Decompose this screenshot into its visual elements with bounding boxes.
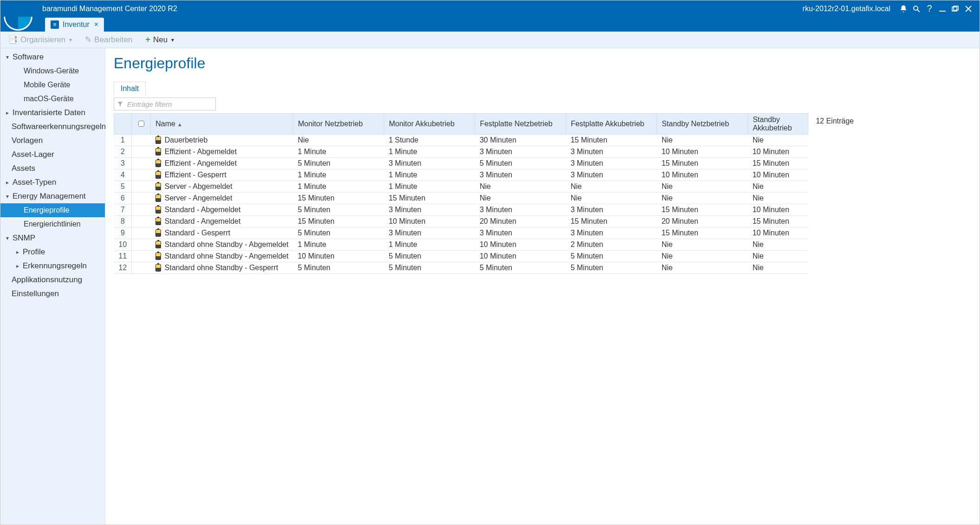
sidebar-item-assets[interactable]: Assets	[0, 162, 105, 175]
edit-button[interactable]: ✎ Bearbeiten	[85, 35, 132, 45]
chevron-icon: ▸	[6, 179, 13, 186]
cell-value: 3 Minuten	[566, 158, 657, 169]
sidebar-item-label: macOS-Geräte	[24, 95, 74, 103]
cell-value: 3 Minuten	[384, 158, 475, 169]
table-row[interactable]: 4Effizient - Gesperrt1 Minute1 Minute3 M…	[114, 169, 808, 181]
col-header[interactable]: Standby Netzbetrieb	[657, 114, 748, 135]
col-header[interactable]: Standby Akkubetrieb	[748, 114, 808, 135]
sidebar-item-label: Energieprofile	[24, 206, 70, 214]
table-row[interactable]: 3Effizient - Angemeldet5 Minuten3 Minute…	[114, 158, 808, 169]
table-row[interactable]: 8Standard - Angemeldet15 Minuten10 Minut…	[114, 216, 808, 227]
filter-input-wrap[interactable]	[114, 97, 216, 110]
cell-value: 3 Minuten	[475, 227, 566, 239]
row-checkbox-cell[interactable]	[132, 193, 151, 204]
cell-name: Standard - Angemeldet	[151, 216, 293, 227]
minimize-icon[interactable]	[936, 6, 949, 12]
sidebar-item-asset-lager[interactable]: Asset-Lager	[0, 148, 105, 162]
cell-name: Effizient - Angemeldet	[151, 158, 293, 169]
sidebar-item-applikationsnutzung[interactable]: Applikationsnutzung	[0, 273, 105, 287]
col-header[interactable]: Monitor Akkubetrieb	[384, 114, 475, 135]
table-row[interactable]: 7Standard - Abgemeldet5 Minuten3 Minuten…	[114, 204, 808, 216]
col-rownum	[114, 114, 132, 135]
row-number: 3	[114, 158, 132, 169]
organize-button[interactable]: 📑 Organisieren ▾	[8, 35, 72, 45]
row-checkbox-cell[interactable]	[132, 227, 151, 239]
subtab-inhalt[interactable]: Inhalt	[114, 82, 146, 95]
organize-label: Organisieren	[20, 35, 65, 45]
cell-value: 3 Minuten	[384, 204, 475, 216]
sidebar-item-einstellungen[interactable]: Einstellungen	[0, 287, 105, 301]
cell-value: 30 Minuten	[475, 135, 566, 146]
col-header[interactable]: Name▲	[151, 114, 293, 135]
cell-value: 3 Minuten	[566, 227, 657, 239]
cell-value: Nie	[475, 193, 566, 204]
select-all-checkbox[interactable]	[138, 121, 144, 127]
sidebar-item-energieprofile[interactable]: Energieprofile	[0, 203, 105, 217]
search-icon[interactable]	[910, 5, 923, 13]
sidebar-item-windows-ger-te[interactable]: Windows-Geräte	[0, 64, 105, 78]
filter-input[interactable]	[126, 100, 217, 109]
table-row[interactable]: 5Server - Abgemeldet1 Minute1 MinuteNieN…	[114, 181, 808, 193]
row-checkbox-cell[interactable]	[132, 239, 151, 251]
notifications-icon[interactable]	[897, 5, 910, 13]
col-header[interactable]: Monitor Netzbetrieb	[293, 114, 384, 135]
table-row[interactable]: 9Standard - Gesperrt5 Minuten3 Minuten3 …	[114, 227, 808, 239]
inventory-icon: ≡	[51, 20, 59, 29]
sidebar-item-snmp[interactable]: ▾SNMP	[0, 231, 105, 245]
tab-inventur[interactable]: ≡ Inventur ×	[45, 18, 104, 32]
chevron-down-icon: ▾	[171, 37, 174, 43]
cell-value: Nie	[657, 239, 748, 251]
row-checkbox-cell[interactable]	[132, 135, 151, 146]
table-row[interactable]: 2Effizient - Abgemeldet1 Minute1 Minute3…	[114, 146, 808, 158]
sidebar-item-vorlagen[interactable]: Vorlagen	[0, 134, 105, 148]
sidebar-item-inventarisierte-daten[interactable]: ▸Inventarisierte Daten	[0, 106, 105, 120]
sidebar-item-energy-management[interactable]: ▾Energy Management	[0, 189, 105, 203]
sidebar-item-energierichtlinien[interactable]: Energierichtlinien	[0, 217, 105, 231]
sidebar-item-label: Asset-Typen	[13, 178, 57, 187]
energy-profile-icon	[155, 206, 161, 214]
tab-close-icon[interactable]: ×	[94, 20, 98, 29]
sidebar-item-asset-typen[interactable]: ▸Asset-Typen	[0, 175, 105, 189]
table-row[interactable]: 11Standard ohne Standby - Angemeldet10 M…	[114, 251, 808, 262]
sidebar-item-macos-ger-te[interactable]: macOS-Geräte	[0, 92, 105, 106]
table-row[interactable]: 12Standard ohne Standby - Gesperrt5 Minu…	[114, 262, 808, 274]
cell-name: Standard - Gesperrt	[151, 227, 293, 239]
cell-value: 15 Minuten	[657, 227, 748, 239]
row-number: 6	[114, 193, 132, 204]
sidebar-item-software[interactable]: ▾Software	[0, 50, 105, 64]
row-checkbox-cell[interactable]	[132, 251, 151, 262]
energy-profile-icon	[155, 194, 161, 202]
sidebar-item-erkennungsregeln[interactable]: ▸Erkennungsregeln	[0, 259, 105, 273]
cell-name: Server - Angemeldet	[151, 193, 293, 204]
row-checkbox-cell[interactable]	[132, 204, 151, 216]
cell-value: 5 Minuten	[566, 262, 657, 274]
row-checkbox-cell[interactable]	[132, 181, 151, 193]
cell-value: 5 Minuten	[384, 251, 475, 262]
table-row[interactable]: 10Standard ohne Standby - Abgemeldet1 Mi…	[114, 239, 808, 251]
row-checkbox-cell[interactable]	[132, 146, 151, 158]
energy-profile-icon	[155, 218, 161, 225]
row-checkbox-cell[interactable]	[132, 158, 151, 169]
maximize-icon[interactable]	[949, 6, 962, 12]
cell-value: 15 Minuten	[566, 135, 657, 146]
row-checkbox-cell[interactable]	[132, 216, 151, 227]
sidebar-item-label: Softwareerkennungsregeln	[12, 122, 106, 131]
row-checkbox-cell[interactable]	[132, 169, 151, 181]
table-row[interactable]: 6Server - Angemeldet15 Minuten15 Minuten…	[114, 193, 808, 204]
table-row[interactable]: 1DauerbetriebNie1 Stunde30 Minuten15 Min…	[114, 135, 808, 146]
col-select-all[interactable]	[132, 114, 151, 135]
cell-value: 5 Minuten	[475, 158, 566, 169]
sidebar-item-label: Erkennungsregeln	[23, 261, 87, 271]
col-header[interactable]: Festplatte Netzbetrieb	[475, 114, 566, 135]
new-button[interactable]: + Neu ▾	[146, 35, 174, 45]
row-checkbox-cell[interactable]	[132, 262, 151, 274]
host-label: rku-2012r2-01.getafix.local	[803, 5, 890, 13]
sidebar-item-mobile-ger-te[interactable]: Mobile Geräte	[0, 78, 105, 92]
cell-value: 10 Minuten	[748, 169, 808, 181]
sidebar-item-profile[interactable]: ▸Profile	[0, 245, 105, 259]
help-icon[interactable]: ?	[923, 3, 936, 14]
close-icon[interactable]	[962, 6, 975, 12]
sidebar-item-softwareerkennungsregeln[interactable]: Softwareerkennungsregeln	[0, 120, 105, 134]
cell-value: 5 Minuten	[293, 158, 384, 169]
col-header[interactable]: Festplatte Akkubetrieb	[566, 114, 657, 135]
